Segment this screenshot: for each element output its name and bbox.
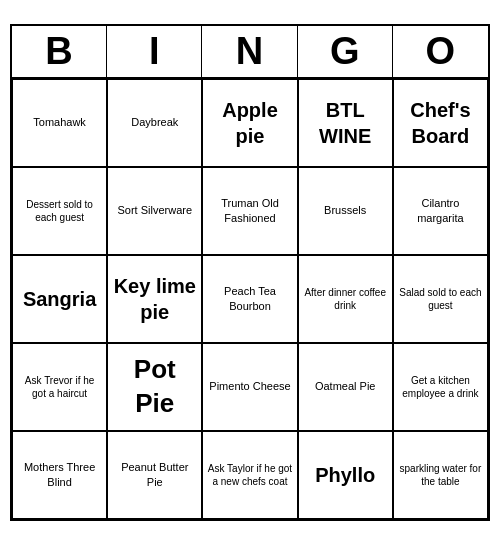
header-letter: B [12,26,107,77]
header-letter: N [202,26,297,77]
bingo-cell: After dinner coffee drink [298,255,393,343]
bingo-cell: Cilantro margarita [393,167,488,255]
bingo-cell: Brussels [298,167,393,255]
bingo-header: BINGO [12,26,488,79]
bingo-cell: Apple pie [202,79,297,167]
bingo-cell: Pot Pie [107,343,202,431]
bingo-cell: Pimento Cheese [202,343,297,431]
bingo-grid: TomahawkDaybreakApple pieBTL WINEChef's … [12,79,488,519]
bingo-cell: sparkling water for the table [393,431,488,519]
bingo-card: BINGO TomahawkDaybreakApple pieBTL WINEC… [10,24,490,521]
bingo-cell: Tomahawk [12,79,107,167]
bingo-cell: Dessert sold to each guest [12,167,107,255]
bingo-cell: Mothers Three Blind [12,431,107,519]
bingo-cell: Sangria [12,255,107,343]
bingo-cell: Daybreak [107,79,202,167]
header-letter: I [107,26,202,77]
bingo-cell: Ask Trevor if he got a haircut [12,343,107,431]
bingo-cell: Chef's Board [393,79,488,167]
bingo-cell: Peanut Butter Pie [107,431,202,519]
header-letter: G [298,26,393,77]
bingo-cell: Peach Tea Bourbon [202,255,297,343]
bingo-cell: Oatmeal Pie [298,343,393,431]
bingo-cell: Key lime pie [107,255,202,343]
header-letter: O [393,26,488,77]
bingo-cell: Get a kitchen employee a drink [393,343,488,431]
bingo-cell: Truman Old Fashioned [202,167,297,255]
bingo-cell: Sort Silverware [107,167,202,255]
bingo-cell: BTL WINE [298,79,393,167]
bingo-cell: Salad sold to each guest [393,255,488,343]
bingo-cell: Phyllo [298,431,393,519]
bingo-cell: Ask Taylor if he got a new chefs coat [202,431,297,519]
